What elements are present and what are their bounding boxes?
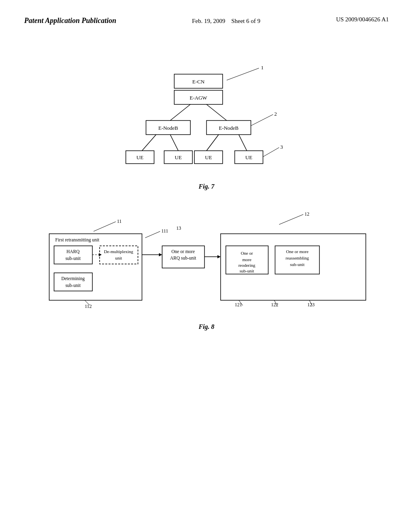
main-content: 1 E-CN E-AGW 2 E-NodeB E-NodeB — [0, 34, 413, 351]
svg-text:De-multiplexing: De-multiplexing — [104, 249, 133, 254]
svg-text:HARQ: HARQ — [67, 249, 80, 254]
fig8-diagram: 11 12 13 111 First retransmitting unit H… — [41, 202, 372, 319]
svg-text:ARQ sub-unit: ARQ sub-unit — [170, 256, 197, 260]
svg-line-15 — [170, 135, 178, 151]
svg-text:13: 13 — [176, 225, 181, 231]
fig7-svg: 1 E-CN E-AGW 2 E-NodeB E-NodeB — [90, 58, 323, 179]
svg-text:2: 2 — [274, 111, 277, 117]
svg-text:11: 11 — [117, 218, 122, 224]
svg-text:Determining: Determining — [61, 276, 85, 281]
page-header: Patent Application Publication Feb. 19, … — [0, 0, 413, 34]
svg-text:E-CN: E-CN — [192, 79, 205, 85]
svg-text:3: 3 — [280, 144, 283, 150]
publication-date-sheet: Feb. 19, 2009 Sheet 6 of 9 — [192, 16, 261, 26]
svg-line-30 — [279, 214, 303, 224]
svg-text:112: 112 — [85, 303, 92, 309]
publication-sheet: Sheet 6 of 9 — [231, 18, 260, 24]
svg-text:12: 12 — [305, 211, 309, 217]
svg-line-8 — [251, 114, 273, 126]
svg-text:sub-unit: sub-unit — [290, 262, 305, 267]
svg-text:111: 111 — [161, 228, 168, 234]
svg-text:E-NodeB: E-NodeB — [158, 125, 178, 131]
svg-marker-51 — [159, 253, 162, 256]
patent-number: US 2009/0046626 A1 — [336, 16, 389, 23]
svg-line-14 — [142, 135, 156, 151]
svg-marker-56 — [217, 255, 221, 258]
fig8-label: Fig. 8 — [24, 323, 389, 330]
svg-text:sub-unit: sub-unit — [65, 283, 81, 288]
svg-text:UE: UE — [205, 154, 212, 160]
svg-rect-40 — [54, 273, 92, 291]
fig7-diagram: 1 E-CN E-AGW 2 E-NodeB E-NodeB — [86, 58, 327, 179]
svg-text:One or more: One or more — [286, 249, 309, 254]
svg-line-7 — [206, 104, 227, 121]
svg-text:reodering: reodering — [238, 263, 256, 268]
svg-text:UE: UE — [136, 154, 143, 160]
svg-text:One or more: One or more — [171, 249, 195, 254]
svg-line-0 — [227, 68, 259, 80]
publication-date: Feb. 19, 2009 — [192, 18, 225, 24]
publication-title: Patent Application Publication — [24, 16, 116, 25]
svg-text:E-AGW: E-AGW — [190, 95, 207, 101]
svg-text:reassembling: reassembling — [286, 256, 309, 260]
svg-text:UE: UE — [175, 154, 181, 160]
svg-text:123: 123 — [307, 302, 315, 308]
svg-line-18 — [263, 148, 279, 157]
svg-text:UE: UE — [245, 154, 252, 160]
svg-text:E-NodeB: E-NodeB — [219, 125, 238, 131]
svg-text:122: 122 — [271, 302, 278, 308]
svg-line-16 — [206, 135, 219, 151]
svg-line-6 — [170, 104, 190, 121]
svg-text:unit: unit — [115, 256, 122, 260]
svg-text:sub-unit: sub-unit — [240, 268, 254, 273]
svg-text:sub-unit: sub-unit — [65, 256, 81, 261]
fig8-svg: 11 12 13 111 First retransmitting unit H… — [41, 202, 372, 319]
svg-text:One or: One or — [241, 251, 253, 256]
svg-line-28 — [94, 222, 116, 231]
svg-text:1: 1 — [261, 64, 264, 71]
svg-text:more: more — [242, 257, 252, 262]
svg-text:First retransmitting unit: First retransmitting unit — [55, 237, 100, 243]
svg-rect-37 — [54, 246, 92, 264]
svg-rect-43 — [100, 246, 138, 264]
svg-line-17 — [239, 135, 247, 151]
fig7-label: Fig. 7 — [24, 183, 389, 190]
svg-line-33 — [145, 231, 160, 238]
